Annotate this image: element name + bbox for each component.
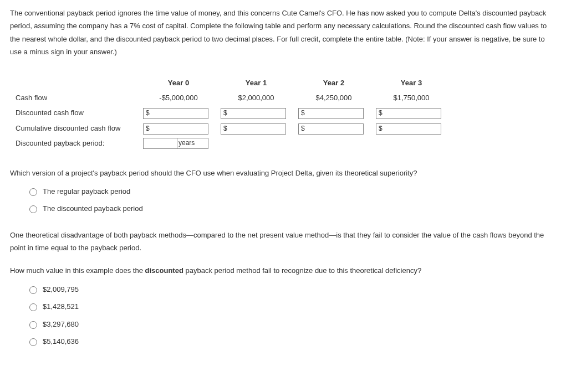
- q2-radio-a[interactable]: [29, 286, 37, 294]
- cumdcf-field-y3[interactable]: [385, 125, 441, 133]
- dcf-field-y1[interactable]: [230, 110, 285, 117]
- q2-radio-b[interactable]: [29, 303, 37, 311]
- cumdcf-input-y0[interactable]: $: [143, 123, 208, 135]
- q2-option-a[interactable]: $2,009,795: [27, 283, 551, 296]
- dcf-field-y3[interactable]: [385, 110, 441, 117]
- q2-option-b[interactable]: $1,428,521: [27, 300, 551, 313]
- q2-text: How much value in this example does the …: [10, 264, 551, 277]
- header-year1: Year 1: [217, 75, 295, 90]
- header-year3: Year 3: [373, 75, 450, 90]
- q1-option-discounted[interactable]: The discounted payback period: [27, 202, 551, 215]
- cashflow-y0: -$5,000,000: [140, 90, 217, 105]
- dollar-prefix: $: [299, 107, 307, 120]
- cumdcf-input-y3[interactable]: $: [376, 123, 441, 135]
- q1-label-discounted: The discounted payback period: [43, 202, 143, 215]
- label-cashflow: Cash flow: [12, 90, 140, 105]
- q1-radio-regular[interactable]: [29, 188, 37, 196]
- dollar-prefix: $: [376, 123, 385, 135]
- cumdcf-input-y2[interactable]: $: [298, 123, 364, 135]
- q2-label-b: $1,428,521: [43, 300, 79, 313]
- cumdcf-field-y1[interactable]: [230, 125, 285, 133]
- dcf-field-y2[interactable]: [307, 110, 363, 117]
- years-suffix: years: [177, 138, 198, 148]
- q2-options: $2,009,795 $1,428,521 $3,297,680 $5,140,…: [27, 283, 551, 348]
- dollar-prefix: $: [144, 123, 152, 135]
- q2-suffix: payback period method fail to recognize …: [183, 266, 421, 275]
- disadvantage-paragraph: One theoretical disadvantage of both pay…: [10, 229, 551, 255]
- dollar-prefix: $: [376, 107, 385, 120]
- q2-prefix: How much value in this example does the: [10, 266, 145, 275]
- q2-label-c: $3,297,680: [43, 318, 79, 331]
- dollar-prefix: $: [221, 107, 230, 120]
- dcf-field-y0[interactable]: [152, 110, 208, 117]
- cumdcf-field-y0[interactable]: [152, 125, 208, 133]
- label-cumdcf: Cumulative discounted cash flow: [12, 121, 140, 136]
- cashflow-y2: $4,250,000: [295, 90, 373, 105]
- q2-label-d: $5,140,636: [43, 335, 79, 348]
- row-cumdcf: Cumulative discounted cash flow $ $ $ $: [12, 121, 450, 136]
- dollar-prefix: $: [144, 107, 152, 120]
- dpp-field[interactable]: [144, 140, 177, 147]
- label-dpp: Discounted payback period:: [12, 136, 140, 151]
- header-year0: Year 0: [140, 75, 217, 90]
- dcf-input-y1[interactable]: $: [221, 108, 286, 119]
- q1-label-regular: The regular payback period: [43, 185, 130, 198]
- q1-radio-discounted[interactable]: [29, 205, 37, 213]
- cashflow-y1: $2,000,000: [217, 90, 295, 105]
- q2-bold: discounted: [145, 266, 183, 275]
- cashflow-y3: $1,750,000: [373, 90, 450, 105]
- q2-radio-d[interactable]: [29, 338, 37, 346]
- header-year2: Year 2: [295, 75, 373, 90]
- row-dpp: Discounted payback period: years: [12, 136, 450, 151]
- q2-option-d[interactable]: $5,140,636: [27, 335, 551, 348]
- dpp-input[interactable]: years: [143, 138, 208, 149]
- q2-option-c[interactable]: $3,297,680: [27, 318, 551, 331]
- label-dcf: Discounted cash flow: [12, 105, 140, 120]
- intro-paragraph: The conventional payback period ignores …: [10, 7, 551, 59]
- dollar-prefix: $: [221, 123, 230, 135]
- cumdcf-input-y1[interactable]: $: [221, 123, 286, 135]
- payback-table: Year 0 Year 1 Year 2 Year 3 Cash flow -$…: [12, 75, 450, 151]
- q1-text: Which version of a project's payback per…: [10, 167, 551, 179]
- cumdcf-field-y2[interactable]: [307, 125, 363, 133]
- q1-option-regular[interactable]: The regular payback period: [27, 185, 551, 198]
- q2-radio-c[interactable]: [29, 321, 37, 329]
- row-cashflow: Cash flow -$5,000,000 $2,000,000 $4,250,…: [12, 90, 450, 105]
- row-dcf: Discounted cash flow $ $ $ $: [12, 105, 450, 120]
- dcf-input-y2[interactable]: $: [298, 108, 364, 119]
- dcf-input-y0[interactable]: $: [143, 108, 208, 119]
- q1-options: The regular payback period The discounte…: [27, 185, 551, 215]
- q2-label-a: $2,009,795: [43, 283, 79, 296]
- dollar-prefix: $: [299, 123, 307, 135]
- dcf-input-y3[interactable]: $: [376, 108, 441, 119]
